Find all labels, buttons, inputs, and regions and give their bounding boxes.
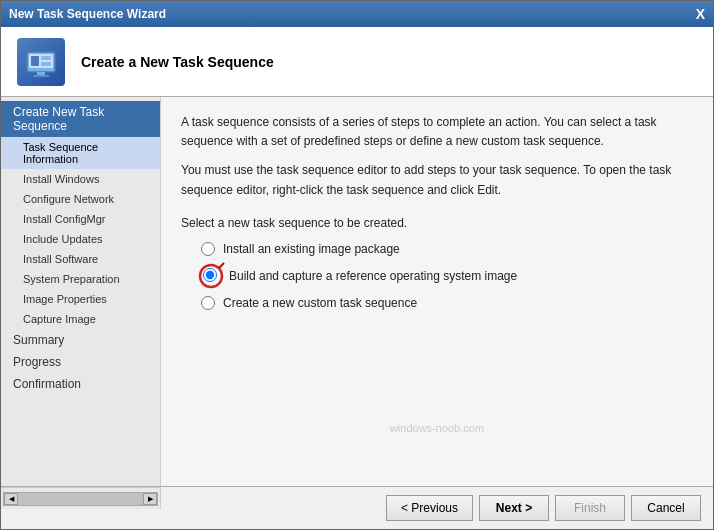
radio-item-build-capture[interactable]: Build and capture a reference operating … [201, 266, 693, 286]
scroll-right-arrow[interactable]: ▶ [143, 493, 157, 505]
sidebar-item-capture-image[interactable]: Capture Image [1, 309, 160, 329]
sidebar-item-label: Install Windows [23, 173, 99, 185]
sidebar-item-create-new[interactable]: Create New Task Sequence [1, 101, 160, 137]
select-label: Select a new task sequence to be created… [181, 216, 693, 230]
svg-rect-6 [33, 75, 49, 77]
sidebar-item-system-preparation[interactable]: System Preparation [1, 269, 160, 289]
radio-group: Install an existing image package Build … [181, 242, 693, 310]
content-area: Create New Task Sequence Task Sequence I… [1, 97, 713, 486]
sidebar-item-label: Task Sequence Information [23, 141, 98, 165]
svg-rect-3 [41, 56, 51, 60]
radio-item-custom[interactable]: Create a new custom task sequence [201, 296, 693, 310]
sidebar-item-label: Progress [13, 355, 61, 369]
cancel-button[interactable]: Cancel [631, 495, 701, 521]
sidebar-item-label: System Preparation [23, 273, 120, 285]
sidebar-item-label: Summary [13, 333, 64, 347]
sidebar-item-progress[interactable]: Progress [1, 351, 160, 373]
sidebar-scrollbar-h[interactable]: ◀ ▶ [3, 492, 158, 506]
scrollbar-thumb[interactable] [18, 493, 143, 505]
sidebar-item-install-software[interactable]: Install Software [1, 249, 160, 269]
sidebar-item-label: Capture Image [23, 313, 96, 325]
svg-rect-4 [41, 62, 51, 66]
sidebar-item-confirmation[interactable]: Confirmation [1, 373, 160, 395]
sidebar-item-task-sequence-info[interactable]: Task Sequence Information [1, 137, 160, 169]
sidebar-item-install-windows[interactable]: Install Windows [1, 169, 160, 189]
sidebar-item-label: Install Software [23, 253, 98, 265]
sidebar-item-include-updates[interactable]: Include Updates [1, 229, 160, 249]
sidebar-item-label: Create New Task Sequence [13, 105, 104, 133]
svg-line-8 [219, 263, 224, 268]
wizard-icon [17, 38, 65, 86]
main-content: A task sequence consists of a series of … [161, 97, 713, 486]
radio-custom-label: Create a new custom task sequence [223, 296, 417, 310]
sidebar-item-image-properties[interactable]: Image Properties [1, 289, 160, 309]
watermark: windows-noob.com [390, 422, 484, 434]
sidebar-scroll-area: ◀ ▶ [1, 487, 161, 509]
wizard-header: Create a New Task Sequence [1, 27, 713, 97]
svg-rect-2 [31, 56, 39, 66]
radio-build-capture-label: Build and capture a reference operating … [229, 269, 517, 283]
prev-button[interactable]: < Previous [386, 495, 473, 521]
finish-button[interactable]: Finish [555, 495, 625, 521]
close-button[interactable]: X [696, 7, 705, 21]
sidebar-item-label: Configure Network [23, 193, 114, 205]
svg-rect-5 [37, 72, 45, 75]
description-box: A task sequence consists of a series of … [181, 113, 693, 200]
description-text-1: A task sequence consists of a series of … [181, 113, 693, 151]
footer-buttons-area: < Previous Next > Finish Cancel [161, 487, 713, 529]
sidebar-item-summary[interactable]: Summary [1, 329, 160, 351]
sidebar-item-label: Include Updates [23, 233, 103, 245]
wizard-window: New Task Sequence Wizard X Create a New … [0, 0, 714, 530]
title-bar: New Task Sequence Wizard X [1, 1, 713, 27]
sidebar-item-label: Install ConfigMgr [23, 213, 106, 225]
radio-item-existing[interactable]: Install an existing image package [201, 242, 693, 256]
sidebar-item-install-configmgr[interactable]: Install ConfigMgr [1, 209, 160, 229]
bottom-section: ◀ ▶ < Previous Next > Finish Cancel [1, 486, 713, 529]
radio-existing-label: Install an existing image package [223, 242, 400, 256]
header-title: Create a New Task Sequence [81, 54, 274, 70]
window-title: New Task Sequence Wizard [9, 7, 166, 21]
sidebar: Create New Task Sequence Task Sequence I… [1, 97, 161, 486]
radio-custom[interactable] [201, 296, 215, 310]
scroll-left-arrow[interactable]: ◀ [4, 493, 18, 505]
next-button[interactable]: Next > [479, 495, 549, 521]
sidebar-item-configure-network[interactable]: Configure Network [1, 189, 160, 209]
radio-existing[interactable] [201, 242, 215, 256]
sidebar-item-label: Image Properties [23, 293, 107, 305]
description-text-2: You must use the task sequence editor to… [181, 161, 693, 199]
radio-build-capture[interactable] [203, 268, 217, 282]
sidebar-item-label: Confirmation [13, 377, 81, 391]
